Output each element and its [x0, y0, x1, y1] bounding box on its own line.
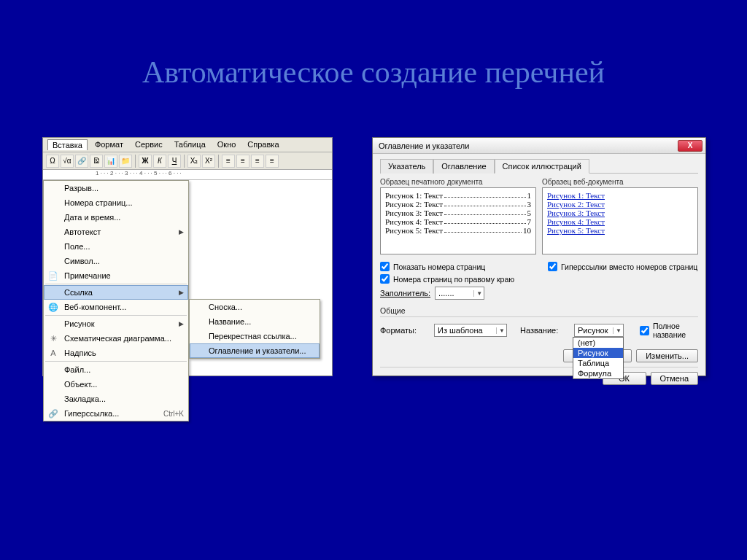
web-preview-link[interactable]: Рисунок 1: Текст — [547, 191, 693, 200]
dropdown-option[interactable]: Таблица — [573, 358, 623, 368]
symbol-icon[interactable]: Ω — [46, 155, 59, 168]
menu-item-label: Дата и время... — [64, 213, 184, 222]
open-icon[interactable]: 📁 — [119, 155, 132, 168]
print-preview-row: Рисунок 3: Текст5 — [385, 209, 531, 217]
menu-item[interactable]: Файл... — [44, 362, 188, 377]
menu-format[interactable]: Формат — [90, 139, 128, 150]
web-preview-link[interactable]: Рисунок 2: Текст — [547, 200, 693, 209]
formats-dropdown[interactable]: Из шаблона▼ — [434, 324, 507, 337]
menu-window[interactable]: Окно — [213, 139, 241, 150]
equation-icon[interactable]: √α — [61, 155, 74, 168]
menu-item[interactable]: Рисунок▶ — [44, 316, 188, 331]
ruler: 1 · · · 2 · · · 3 · · · 4 · · · 5 · · · … — [43, 170, 332, 180]
menu-item-label: Автотекст — [64, 228, 174, 236]
modify-button[interactable]: Изменить... — [636, 349, 698, 362]
menu-table[interactable]: Таблица — [170, 139, 210, 150]
insert-menu-dropdown: Разрыв...Номера страниц...Дата и время..… — [43, 180, 189, 421]
divider — [135, 155, 136, 168]
close-icon[interactable]: X — [678, 140, 703, 152]
menu-item-label: Символ... — [64, 257, 184, 265]
dialog-titlebar: Оглавление и указатели X — [373, 138, 705, 154]
dialog-title: Оглавление и указатели — [379, 141, 469, 150]
tab-index[interactable]: Указатель — [380, 159, 433, 174]
dropdown-option[interactable]: (нет) — [573, 338, 623, 348]
dropdown-option[interactable]: Формула — [573, 368, 623, 378]
menu-item-label: Номера страниц... — [64, 198, 184, 207]
submenu-item[interactable]: Сноска... — [190, 300, 320, 314]
print-preview: Рисунок 1: Текст1Рисунок 2: Текст3Рисуно… — [380, 187, 536, 254]
menu-item[interactable]: Закладка... — [44, 392, 188, 406]
menu-item-label: Файл... — [64, 365, 184, 374]
web-preview-label: Образец веб-документа — [542, 178, 698, 186]
menubar[interactable]: Вставка Формат Сервис Таблица Окно Справ… — [43, 138, 332, 152]
name-label: Название: — [520, 326, 570, 335]
print-preview-row: Рисунок 5: Текст10 — [385, 226, 531, 235]
tab-illustrations[interactable]: Список иллюстраций — [495, 159, 589, 174]
tab-toc[interactable]: Оглавление — [433, 159, 494, 174]
submenu-item-label: Название... — [209, 317, 251, 326]
dropdown-option[interactable]: Рисунок — [573, 348, 623, 358]
chart-icon[interactable]: 📊 — [104, 155, 117, 168]
menu-item-icon: 📄 — [47, 271, 60, 281]
menu-item-icon: 🔗 — [47, 409, 60, 419]
menu-item[interactable]: AНадпись — [44, 346, 188, 360]
chk-show-pages[interactable]: Показать номера страниц — [380, 262, 530, 271]
align-justify-icon[interactable]: ≡ — [266, 155, 279, 168]
print-preview-row: Рисунок 1: Текст1 — [385, 191, 531, 200]
bold-icon[interactable]: Ж — [139, 155, 152, 168]
menu-item[interactable]: 🔗Гиперссылка...Ctrl+K — [44, 406, 188, 421]
underline-icon[interactable]: Ч — [168, 155, 181, 168]
menu-item-label: Рисунок — [64, 319, 174, 328]
menu-item[interactable]: Дата и время... — [44, 210, 188, 225]
filler-label: Заполнитель: — [380, 289, 430, 298]
align-right-icon[interactable]: ≡ — [251, 155, 264, 168]
submenu-item-label: Перекрестная ссылка... — [209, 332, 297, 341]
menu-item[interactable]: Разрыв... — [44, 181, 188, 195]
web-preview-link[interactable]: Рисунок 5: Текст — [547, 226, 693, 235]
name-dropdown-open[interactable]: (нет)РисунокТаблицаФормула — [573, 337, 624, 379]
word-window: Вставка Формат Сервис Таблица Окно Справ… — [42, 137, 333, 376]
name-dropdown[interactable]: Рисунок▼ — [574, 324, 624, 337]
filler-dropdown[interactable]: .......▼ — [435, 287, 484, 300]
submenu-item[interactable]: Оглавление и указатели... — [190, 343, 320, 358]
align-center-icon[interactable]: ≡ — [236, 155, 249, 168]
menu-item-label: Гиперссылка... — [64, 409, 159, 418]
menu-item-label: Схематическая диаграмма... — [64, 334, 184, 343]
menu-help[interactable]: Справка — [243, 139, 283, 150]
menu-item-icon: 🌐 — [47, 303, 60, 312]
menu-item[interactable]: 🌐Веб-компонент... — [44, 300, 188, 314]
chk-full-title[interactable]: Полное название — [640, 322, 698, 339]
submenu-item[interactable]: Перекрестная ссылка... — [190, 329, 320, 343]
menu-item[interactable]: Символ... — [44, 254, 188, 268]
web-preview-link[interactable]: Рисунок 4: Текст — [547, 217, 693, 226]
chk-right-align[interactable]: Номера страниц по правому краю — [380, 274, 530, 284]
superscript-icon[interactable]: X² — [202, 155, 215, 168]
menu-item-label: Закладка... — [64, 394, 184, 403]
menu-item[interactable]: Номера страниц... — [44, 195, 188, 210]
menu-item[interactable]: ✳Схематическая диаграмма... — [44, 331, 188, 346]
align-left-icon[interactable]: ≡ — [222, 155, 235, 168]
menu-item[interactable]: Ссылка▶ — [44, 285, 188, 300]
hyperlink-icon[interactable]: 🔗 — [75, 155, 88, 168]
print-preview-label: Образец печатного документа — [380, 178, 536, 186]
menu-item[interactable]: Объект... — [44, 377, 188, 392]
italic-icon[interactable]: К — [153, 155, 166, 168]
menu-item[interactable]: Автотекст▶ — [44, 225, 188, 239]
chk-hyperlinks[interactable]: Гиперссылки вместо номеров страниц — [548, 262, 698, 271]
submenu-item[interactable]: Название... — [190, 314, 320, 329]
menu-item[interactable]: 📄Примечание — [44, 268, 188, 283]
divider — [184, 155, 185, 168]
menu-item[interactable]: Поле... — [44, 239, 188, 254]
general-group: Общие — [380, 306, 698, 317]
menu-insert[interactable]: Вставка — [47, 139, 88, 150]
cancel-button[interactable]: Отмена — [651, 372, 698, 385]
print-preview-row: Рисунок 4: Текст7 — [385, 217, 531, 226]
picture-icon[interactable]: 🖻 — [90, 155, 103, 168]
web-preview-link[interactable]: Рисунок 3: Текст — [547, 209, 693, 217]
subscript-icon[interactable]: X₂ — [187, 155, 201, 168]
print-preview-row: Рисунок 2: Текст3 — [385, 200, 531, 209]
menu-item-label: Примечание — [64, 271, 184, 280]
menu-tools[interactable]: Сервис — [131, 139, 167, 150]
menu-item-shortcut: Ctrl+K — [163, 410, 184, 418]
menu-item-icon: ✳ — [47, 334, 60, 343]
